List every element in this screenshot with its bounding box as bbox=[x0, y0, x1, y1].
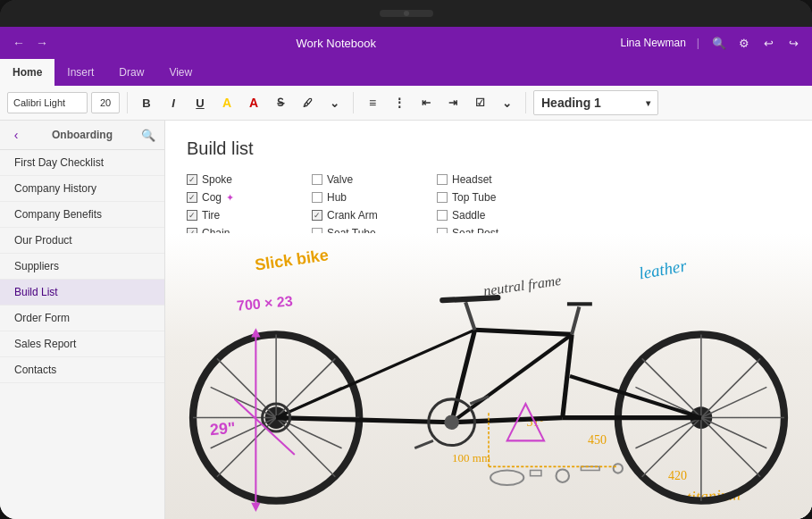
svg-line-24 bbox=[570, 376, 701, 418]
tab-draw[interactable]: Draw bbox=[106, 59, 156, 86]
item-label: Hub bbox=[327, 191, 347, 204]
app-title: Work Notebook bbox=[297, 37, 376, 50]
font-size-input[interactable]: 20 bbox=[91, 92, 120, 113]
item-label: Headset bbox=[452, 173, 492, 186]
redo-icon[interactable]: ↪ bbox=[785, 34, 803, 52]
svg-marker-45 bbox=[507, 404, 544, 440]
item-label: Crank Arm bbox=[327, 209, 378, 222]
sidebar-collapse-button[interactable]: ‹ bbox=[7, 126, 25, 144]
sidebar-item-contacts[interactable]: Contacts bbox=[0, 357, 164, 383]
checkbox[interactable] bbox=[437, 174, 448, 185]
list-item: Crank Arm bbox=[312, 207, 437, 223]
svg-marker-41 bbox=[251, 503, 260, 512]
svg-line-32 bbox=[414, 440, 433, 448]
list-item: Cog ✦ bbox=[187, 189, 312, 205]
separator-1 bbox=[127, 92, 128, 113]
sidebar: ‹ Onboarding 🔍 First Day Checklist Compa… bbox=[0, 121, 165, 519]
sidebar-item-first-day[interactable]: First Day Checklist bbox=[0, 150, 164, 176]
sidebar-item-our-product[interactable]: Our Product bbox=[0, 228, 164, 254]
bullet-list-button[interactable]: ≡ bbox=[361, 91, 384, 114]
back-button[interactable]: ← bbox=[9, 33, 29, 53]
device-frame: ← → Work Notebook Lina Newman | 🔍 ⚙ ↩ ↪ … bbox=[0, 0, 812, 519]
sidebar-item-company-benefits[interactable]: Company Benefits bbox=[0, 202, 164, 228]
sidebar-item-company-history[interactable]: Company History bbox=[0, 176, 164, 202]
checkbox[interactable] bbox=[187, 192, 197, 203]
svg-line-25 bbox=[465, 302, 474, 330]
ribbon-toolbar: Calibri Light 20 B I U A A S̶ 🖊 ⌄ ≡ ⋮ ⇤ … bbox=[0, 86, 812, 120]
bold-button[interactable]: B bbox=[135, 91, 158, 114]
forward-button[interactable]: → bbox=[32, 33, 52, 53]
checkbox[interactable] bbox=[312, 174, 322, 185]
heading-dropdown-arrow: ▾ bbox=[646, 98, 650, 108]
indent-right-button[interactable]: ⇥ bbox=[441, 91, 465, 114]
svg-point-38 bbox=[614, 464, 623, 473]
sidebar-item-order-form[interactable]: Order Form bbox=[0, 306, 164, 331]
underline-button[interactable]: U bbox=[188, 91, 212, 114]
italic-button[interactable]: I bbox=[162, 91, 185, 114]
content-area: ‹ Onboarding 🔍 First Day Checklist Compa… bbox=[0, 121, 812, 519]
app-window: ← → Work Notebook Lina Newman | 🔍 ⚙ ↩ ↪ … bbox=[0, 27, 812, 519]
undo-icon[interactable]: ↩ bbox=[760, 34, 778, 52]
sidebar-item-suppliers[interactable]: Suppliers bbox=[0, 254, 164, 280]
heading-style-dropdown[interactable]: Heading 1 ▾ bbox=[533, 90, 658, 115]
title-bar-right: Lina Newman | 🔍 ⚙ ↩ ↪ bbox=[620, 34, 803, 52]
font-selector: Calibri Light 20 bbox=[7, 92, 120, 113]
separator-3 bbox=[525, 92, 526, 113]
settings-icon[interactable]: ⚙ bbox=[735, 34, 753, 52]
more-para[interactable]: ⌄ bbox=[495, 91, 518, 114]
svg-line-27 bbox=[572, 306, 579, 334]
sidebar-item-build-list[interactable]: Build List bbox=[0, 280, 164, 306]
numbered-list-button[interactable]: ⋮ bbox=[388, 91, 411, 114]
heading-style-label: Heading 1 bbox=[541, 96, 601, 110]
checkbox[interactable] bbox=[187, 174, 197, 185]
sidebar-search-button[interactable]: 🔍 bbox=[139, 126, 157, 144]
checkbox[interactable] bbox=[312, 210, 322, 221]
nav-buttons: ← → bbox=[9, 33, 52, 53]
checkbox[interactable] bbox=[437, 192, 448, 203]
ribbon-tabs: Home Insert Draw View bbox=[0, 59, 812, 86]
item-label: Spoke bbox=[202, 173, 232, 186]
camera bbox=[404, 11, 409, 16]
font-color-button[interactable]: A bbox=[242, 91, 265, 114]
svg-point-34 bbox=[490, 470, 523, 485]
sidebar-section: Onboarding bbox=[29, 129, 136, 141]
item-label: Cog bbox=[202, 191, 222, 204]
device-bezel bbox=[0, 0, 812, 27]
svg-rect-35 bbox=[531, 470, 541, 475]
search-icon[interactable]: 🔍 bbox=[710, 34, 728, 52]
list-item: Spoke bbox=[187, 172, 312, 188]
sidebar-item-sales-report[interactable]: Sales Report bbox=[0, 331, 164, 357]
list-item: Hub bbox=[312, 189, 437, 205]
list-item: Saddle bbox=[437, 207, 562, 223]
font-name-input[interactable]: Calibri Light bbox=[7, 92, 88, 113]
title-bar: ← → Work Notebook Lina Newman | 🔍 ⚙ ↩ ↪ bbox=[0, 27, 812, 59]
strikethrough-button[interactable]: S̶ bbox=[269, 91, 292, 114]
list-item: Valve bbox=[312, 172, 437, 188]
indent-left-button[interactable]: ⇤ bbox=[414, 91, 438, 114]
title-icons: 🔍 ⚙ ↩ ↪ bbox=[710, 34, 803, 52]
separator: | bbox=[697, 37, 699, 49]
tab-view[interactable]: View bbox=[156, 59, 205, 86]
list-item: Headset bbox=[437, 172, 562, 188]
item-label: Top Tube bbox=[452, 191, 496, 204]
checkbox[interactable] bbox=[437, 210, 448, 221]
bike-illustration bbox=[165, 233, 812, 519]
more-styles[interactable]: ⌄ bbox=[322, 91, 346, 114]
tab-home[interactable]: Home bbox=[0, 59, 54, 86]
page-title: Build list bbox=[187, 138, 791, 159]
tab-insert[interactable]: Insert bbox=[54, 59, 106, 86]
separator-2 bbox=[353, 92, 354, 113]
checkbox[interactable] bbox=[187, 210, 197, 221]
page-inner: Build list Spoke Cog ✦ bbox=[165, 121, 812, 519]
svg-line-16 bbox=[276, 418, 452, 423]
item-label: Saddle bbox=[452, 209, 485, 222]
user-name: Lina Newman bbox=[620, 37, 685, 49]
checkbox[interactable] bbox=[312, 192, 322, 203]
style-picker[interactable]: 🖊 bbox=[296, 91, 319, 114]
highlight-button[interactable]: A bbox=[215, 91, 239, 114]
star-icon: ✦ bbox=[226, 192, 234, 204]
sidebar-header: ‹ Onboarding 🔍 bbox=[0, 121, 164, 150]
checkbox-button[interactable]: ☑ bbox=[468, 91, 491, 114]
svg-line-18 bbox=[452, 418, 563, 423]
ribbon: Home Insert Draw View Calibri Light 20 B… bbox=[0, 59, 812, 121]
